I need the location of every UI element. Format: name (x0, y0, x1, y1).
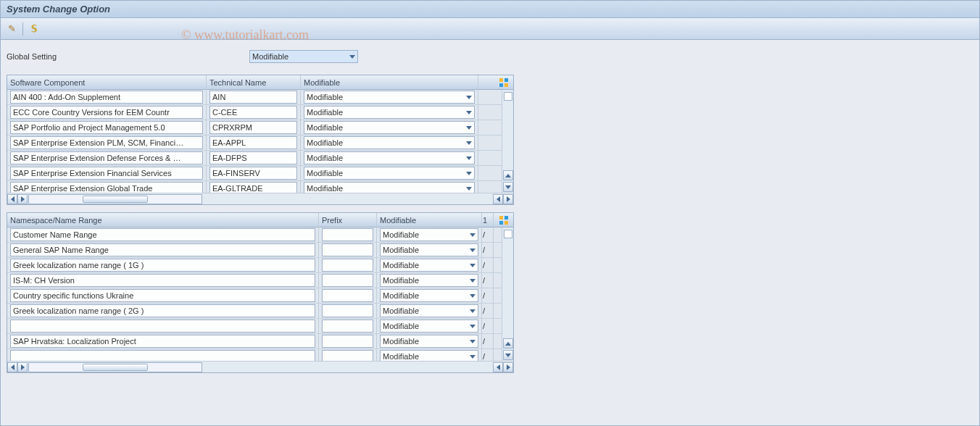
software-component-table: Software Component Technical Name Modifi… (7, 75, 514, 205)
scroll-right-button[interactable] (17, 362, 28, 372)
technical-name-input[interactable] (209, 167, 297, 180)
software-component-input[interactable] (10, 151, 203, 164)
modifiable-select[interactable]: Modifiable (380, 259, 478, 272)
cell-software-component (7, 135, 207, 150)
technical-name-input[interactable] (209, 106, 297, 119)
prefix-input[interactable] (322, 259, 373, 272)
prefix-input[interactable] (322, 335, 373, 348)
cell-modifiable: Modifiable (377, 304, 482, 318)
modifiable-select[interactable]: Modifiable (380, 304, 478, 317)
cell-suffix: / (482, 304, 494, 318)
scroll-right-end-button[interactable] (503, 362, 513, 372)
namespace-input[interactable] (10, 228, 315, 241)
chevron-down-icon (470, 279, 476, 283)
cell-software-component (7, 151, 207, 165)
vertical-scrollbar[interactable] (502, 227, 513, 361)
col-namespace[interactable]: Namespace/Name Range (7, 213, 319, 227)
cell-suffix: / (482, 288, 494, 303)
cell-namespace (7, 273, 319, 288)
chevron-down-icon (470, 340, 476, 343)
namespace-input[interactable] (10, 243, 315, 256)
cell-modifiable: Modifiable (301, 151, 478, 165)
global-setting-select[interactable]: Modifiable (249, 50, 358, 63)
cell-prefix (319, 243, 377, 257)
prefix-input[interactable] (322, 320, 373, 333)
software-component-input[interactable] (10, 91, 203, 104)
col-modifiable[interactable]: Modifiable (377, 213, 482, 227)
table-row: Modifiable (7, 120, 513, 135)
modifiable-select[interactable]: Modifiable (380, 320, 478, 333)
col-config[interactable] (494, 213, 513, 227)
col-config[interactable] (478, 75, 513, 90)
technical-name-input[interactable] (209, 151, 297, 164)
vertical-scrollbar[interactable] (502, 90, 513, 193)
scroll-up-button[interactable] (503, 170, 513, 180)
cell-namespace (7, 258, 319, 272)
toolbar-form-button[interactable]: 𝕊 (26, 21, 42, 37)
scroll-down-button[interactable] (503, 182, 513, 192)
toolbar-edit-button[interactable]: ✎ (4, 21, 20, 37)
cell-modifiable: Modifiable (377, 319, 482, 333)
chevron-down-icon (466, 111, 472, 114)
modifiable-select[interactable]: Modifiable (380, 335, 478, 348)
scroll-up-button[interactable] (503, 338, 513, 348)
modifiable-select[interactable]: Modifiable (304, 136, 475, 149)
cell-modifiable: Modifiable (377, 243, 482, 257)
namespace-input[interactable] (10, 259, 315, 272)
col-technical-name[interactable]: Technical Name (207, 75, 301, 90)
namespace-input[interactable] (10, 274, 315, 287)
namespace-input[interactable] (10, 335, 315, 348)
horizontal-scrollbar (7, 361, 513, 372)
software-component-input[interactable] (10, 121, 203, 134)
scroll-down-button[interactable] (503, 350, 513, 360)
cell-namespace (7, 243, 319, 257)
prefix-input[interactable] (322, 274, 373, 287)
select-all-checkbox[interactable] (504, 92, 512, 101)
modifiable-select[interactable]: Modifiable (304, 121, 475, 134)
cell-suffix: / (482, 243, 494, 257)
cell-suffix: / (482, 258, 494, 272)
technical-name-input[interactable] (209, 136, 297, 149)
scroll-left-end-button[interactable] (493, 362, 503, 372)
col-prefix[interactable]: Prefix (319, 213, 377, 227)
cell-namespace (7, 288, 319, 303)
prefix-input[interactable] (322, 289, 373, 302)
technical-name-input[interactable] (209, 91, 297, 104)
modifiable-select[interactable]: Modifiable (304, 167, 475, 180)
chevron-down-icon (466, 187, 472, 191)
select-all-checkbox[interactable] (504, 230, 512, 238)
prefix-input[interactable] (322, 304, 373, 317)
prefix-input[interactable] (322, 228, 373, 241)
modifiable-select[interactable]: Modifiable (380, 243, 478, 256)
namespace-input[interactable] (10, 304, 315, 317)
table-row: Modifiable (7, 151, 513, 166)
scrollbar-thumb[interactable] (83, 196, 148, 203)
namespace-input[interactable] (10, 320, 315, 333)
software-component-input[interactable] (10, 136, 203, 149)
scrollbar-track[interactable] (28, 362, 202, 372)
modifiable-select[interactable]: Modifiable (304, 151, 475, 164)
cell-prefix (319, 273, 377, 288)
scroll-left-button[interactable] (7, 194, 17, 204)
scroll-left-button[interactable] (7, 362, 17, 372)
prefix-input[interactable] (322, 243, 373, 256)
modifiable-select[interactable]: Modifiable (304, 91, 475, 104)
modifiable-select[interactable]: Modifiable (304, 106, 475, 119)
col-modifiable[interactable]: Modifiable (301, 75, 478, 90)
scroll-left-end-button[interactable] (493, 194, 503, 204)
technical-name-input[interactable] (209, 121, 297, 134)
chevron-down-icon (470, 294, 476, 298)
window-title: System Change Option (7, 4, 110, 14)
modifiable-select[interactable]: Modifiable (380, 289, 478, 302)
scroll-right-end-button[interactable] (503, 194, 513, 204)
col-software-component[interactable]: Software Component (7, 75, 207, 90)
software-component-input[interactable] (10, 167, 203, 180)
scroll-right-button[interactable] (17, 194, 28, 204)
modifiable-select[interactable]: Modifiable (380, 228, 478, 241)
modifiable-select[interactable]: Modifiable (380, 274, 478, 287)
cell-technical-name (207, 90, 301, 104)
namespace-input[interactable] (10, 289, 315, 302)
scrollbar-thumb[interactable] (83, 364, 148, 371)
scrollbar-track[interactable] (28, 194, 202, 204)
software-component-input[interactable] (10, 106, 203, 119)
